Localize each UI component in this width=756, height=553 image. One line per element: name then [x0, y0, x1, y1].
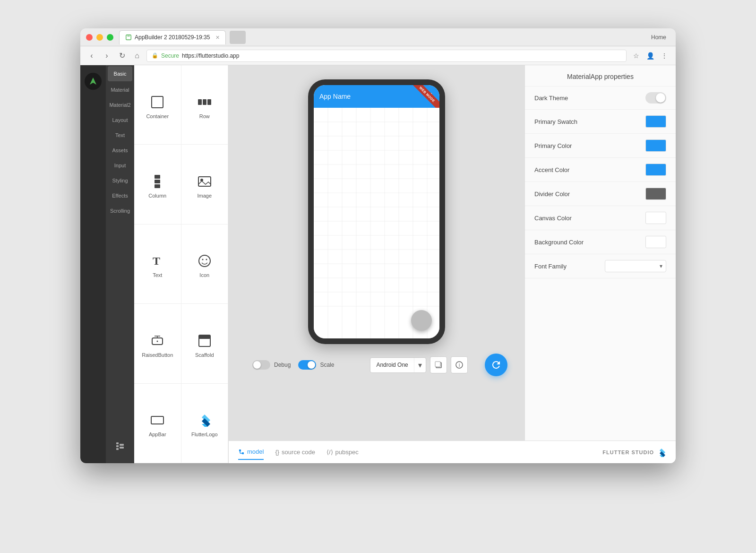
- app-logo[interactable]: [85, 73, 102, 90]
- phone-body[interactable]: [314, 108, 439, 338]
- divider-color-row: Divider Color: [525, 182, 676, 206]
- account-button[interactable]: 👤: [644, 50, 656, 61]
- sidebar-item-styling[interactable]: Styling: [106, 173, 134, 188]
- back-button[interactable]: ‹: [86, 50, 97, 61]
- widget-column[interactable]: Column: [134, 145, 181, 224]
- svg-rect-12: [155, 180, 160, 183]
- svg-rect-9: [203, 99, 206, 105]
- phone-mockup: App Name ⋮ WEB MODE: [308, 79, 445, 344]
- new-tab-area: [230, 31, 246, 44]
- fab-button[interactable]: [411, 310, 432, 331]
- svg-rect-57: [239, 449, 241, 451]
- dark-theme-toggle[interactable]: [645, 92, 666, 104]
- copy-button[interactable]: [430, 356, 447, 373]
- divider-color-swatch[interactable]: [645, 188, 666, 200]
- widget-image[interactable]: Image: [181, 145, 229, 224]
- tree-icon-svg: [115, 441, 125, 451]
- divider-color-control: [645, 188, 666, 200]
- sidebar-item-layout[interactable]: Layout: [106, 112, 134, 128]
- sidebar-item-basic[interactable]: Basic: [108, 66, 132, 81]
- widget-raisedbutton[interactable]: RaisedButton: [134, 304, 181, 383]
- svg-text:i: i: [459, 363, 460, 368]
- debug-toggle[interactable]: [252, 360, 270, 370]
- svg-rect-3: [116, 445, 119, 447]
- sidebar-item-effects[interactable]: Effects: [106, 188, 134, 203]
- grid-lines-svg: [314, 108, 439, 338]
- scaffold-label: Scaffold: [195, 352, 214, 358]
- dark-theme-control: [645, 92, 666, 104]
- browser-tab[interactable]: AppBuilder 2 20180529-19:35 ×: [119, 30, 226, 44]
- svg-rect-4: [116, 448, 119, 450]
- widget-icon-item[interactable]: Icon: [181, 225, 229, 304]
- main-inner: App Name ⋮ WEB MODE: [229, 65, 676, 441]
- debug-label: Debug: [274, 362, 291, 368]
- raisedbutton-icon: [149, 332, 166, 349]
- tab-pubspec[interactable]: ⟨/⟩ pubspec: [326, 445, 359, 459]
- info-icon: i: [455, 361, 464, 369]
- font-family-control: Roboto Open Sans Lato Montserrat: [605, 260, 666, 272]
- sidebar-item-text[interactable]: Text: [106, 128, 134, 143]
- address-bar[interactable]: 🔒 Secure https://flutterstudio.app: [146, 50, 627, 62]
- dark-theme-knob: [656, 93, 665, 103]
- tab-model[interactable]: model: [238, 444, 264, 460]
- sidebar-bottom: [106, 436, 134, 463]
- phone-more-icon[interactable]: ⋮: [427, 91, 436, 102]
- traffic-lights: [86, 34, 113, 41]
- refresh-button[interactable]: ↻: [116, 50, 128, 61]
- addr-actions: ☆ 👤 ⋮: [630, 50, 670, 61]
- accent-color-swatch[interactable]: [645, 164, 666, 176]
- titlebar: AppBuilder 2 20180529-19:35 × Home: [80, 28, 676, 46]
- column-icon: [149, 173, 166, 190]
- row-label: Row: [199, 113, 210, 119]
- sidebar-item-material[interactable]: Material: [106, 82, 134, 97]
- tab-area: AppBuilder 2 20180529-19:35 ×: [119, 30, 651, 44]
- primary-color-swatch[interactable]: [645, 139, 666, 152]
- raisedbutton-label: RaisedButton: [142, 352, 173, 358]
- home-button[interactable]: ⌂: [131, 50, 143, 61]
- widget-container[interactable]: Container: [134, 65, 181, 145]
- close-button[interactable]: [86, 34, 93, 41]
- tab-source-code[interactable]: {} source code: [275, 445, 315, 459]
- svg-rect-6: [120, 447, 124, 449]
- star-button[interactable]: ☆: [630, 50, 642, 61]
- flutterlogo-label: FlutterLogo: [191, 432, 218, 437]
- column-label: Column: [148, 193, 166, 199]
- tab-title: AppBuilder 2 20180529-19:35: [135, 34, 210, 41]
- bottom-tabs: model {} source code ⟨/⟩ pubspec FLUTTER…: [229, 441, 676, 463]
- pubspec-icon: ⟨/⟩: [326, 449, 333, 456]
- widget-text[interactable]: T Text: [134, 225, 181, 304]
- background-color-swatch[interactable]: [645, 236, 666, 248]
- forward-button[interactable]: ›: [101, 50, 112, 61]
- font-family-wrapper: Roboto Open Sans Lato Montserrat: [605, 260, 666, 272]
- tab-close-button[interactable]: ×: [215, 34, 219, 41]
- widget-scaffold[interactable]: Scaffold: [181, 304, 229, 383]
- primary-swatch-color[interactable]: [645, 115, 666, 128]
- maximize-button[interactable]: [107, 34, 113, 41]
- sidebar-item-scrolling[interactable]: Scrolling: [106, 203, 134, 218]
- icon-widget-icon: [196, 252, 213, 269]
- phone-controls: Debug Scale Android One ▾: [243, 354, 510, 376]
- svg-rect-8: [198, 99, 202, 105]
- minimize-button[interactable]: [96, 34, 103, 41]
- logo-bar: [80, 65, 106, 463]
- sidebar-item-input[interactable]: Input: [106, 158, 134, 173]
- font-family-select[interactable]: Roboto Open Sans Lato Montserrat: [605, 260, 666, 272]
- info-button[interactable]: i: [451, 356, 468, 373]
- widget-grid: Container Row Column: [134, 65, 228, 463]
- app-content: Basic Material Material2 Layout Text Ass…: [80, 65, 676, 463]
- phone-screen: App Name ⋮ WEB MODE: [314, 85, 439, 338]
- primary-color-row: Primary Color: [525, 134, 676, 158]
- scale-toggle[interactable]: [298, 360, 316, 370]
- source-code-icon: {}: [275, 449, 279, 456]
- menu-button[interactable]: ⋮: [659, 50, 670, 61]
- widget-row[interactable]: Row: [181, 65, 229, 145]
- refresh-button[interactable]: [485, 354, 507, 376]
- tree-view-icon[interactable]: [106, 436, 134, 456]
- sidebar-item-assets[interactable]: Assets: [106, 143, 134, 158]
- sidebar-item-material2[interactable]: Material2: [106, 97, 134, 112]
- device-selector[interactable]: Android One ▾: [370, 357, 426, 373]
- widget-appbar[interactable]: AppBar: [134, 384, 181, 463]
- image-label: Image: [197, 193, 212, 199]
- widget-flutterlogo[interactable]: FlutterLogo: [181, 384, 229, 463]
- canvas-color-swatch[interactable]: [645, 212, 666, 224]
